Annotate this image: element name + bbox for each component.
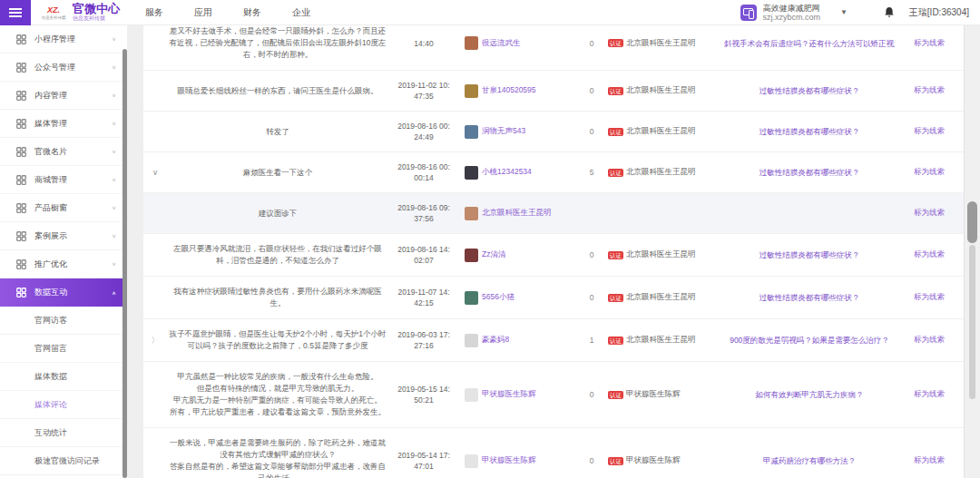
doctor-account: 认证北京眼科医生王昆明: [608, 167, 724, 178]
brand-text: 官微中心 信息友邦传媒: [73, 3, 120, 23]
question-link[interactable]: 过敏性结膜炎都有哪些症状？: [724, 292, 895, 303]
expand-toggle-icon[interactable]: ∨: [143, 168, 167, 177]
top-nav-item[interactable]: 财务: [243, 6, 261, 19]
comment-content: 甲亢虽然是一种比较常见的疾病，一般没有什么生命危险。 但是也有特殊的情况，就是甲…: [167, 371, 388, 418]
xz-logo: XZ. 信息友邦传媒: [40, 5, 67, 20]
comment-date-line: 2019-08-16 00:: [388, 161, 459, 172]
question-link[interactable]: 斜视手术会有后遗症吗？还有什么方法可以矫正视力: [724, 38, 895, 49]
sidebar-item-商城管理[interactable]: 商城管理∨: [0, 166, 127, 194]
username-link[interactable]: 豪豪妈8: [482, 335, 509, 346]
site-devices-icon: [740, 5, 757, 21]
comment-user: 5656小猪: [459, 291, 575, 305]
mark-as-lead-link[interactable]: 标为线索: [895, 167, 964, 178]
comment-date-line: 02:07: [388, 255, 459, 266]
sidebar-subitem-官网留言[interactable]: 官网留言: [0, 335, 127, 363]
comment-date-line: 2019-08-16 09:: [388, 202, 459, 213]
username-link[interactable]: 很远流武生: [482, 38, 521, 49]
comments-table: 差又不好去做手术，但是会经常一只眼睛外斜，怎么办？而且还有近视，已经验光配镜了，…: [143, 25, 964, 478]
brand-logo: XZ. 信息友邦传媒 官微中心 信息友邦传媒: [40, 3, 120, 23]
hamburger-icon: [9, 12, 22, 14]
menu-grid-icon: [16, 203, 26, 213]
doctor-name: 北京眼科医生王昆明: [626, 38, 696, 49]
sidebar-item-公众号管理[interactable]: 公众号管理∨: [0, 54, 127, 82]
question-link[interactable]: 过敏性结膜炎都有哪些症状？: [724, 167, 895, 178]
notification-bell-icon[interactable]: [884, 6, 895, 18]
sidebar-subitem-互动统计[interactable]: 互动统计: [0, 419, 127, 447]
app-title: 官微中心: [73, 3, 120, 15]
sidebar-item-数据互动[interactable]: 数据互动∧: [0, 278, 127, 307]
comment-content: 左眼只要遇冷风就流泪，右眼症状轻些，在我们这看过好个眼科，泪管也是通的，不知道怎…: [167, 243, 388, 267]
sidebar-subitem-媒体数据[interactable]: 媒体数据: [0, 363, 127, 391]
mark-as-lead-link[interactable]: 标为线索: [895, 85, 964, 96]
avatar: [465, 249, 478, 262]
sidebar-item-产品橱窗[interactable]: 产品橱窗∨: [0, 194, 127, 222]
table-row: 差又不好去做手术，但是会经常一只眼睛外斜，怎么办？而且还有近视，已经验光配镜了，…: [143, 25, 964, 71]
top-nav-item[interactable]: 服务: [145, 6, 163, 19]
sidebar-subitem-媒体评论[interactable]: 媒体评论: [0, 391, 127, 419]
question-link[interactable]: 过敏性结膜炎都有哪些症状？: [724, 126, 895, 137]
mark-as-lead-link[interactable]: 标为线索: [895, 389, 964, 400]
question-link[interactable]: 过敏性结膜炎都有哪些症状？: [724, 85, 895, 96]
hamburger-menu-button[interactable]: [0, 0, 31, 25]
mark-as-lead-link[interactable]: 标为线索: [895, 208, 964, 219]
chevron-down-icon[interactable]: ▼: [840, 8, 848, 16]
reply-count: 0: [575, 293, 608, 302]
sidebar-item-内容管理[interactable]: 内容管理∨: [0, 82, 127, 110]
reply-count: 1: [575, 336, 608, 345]
username-link[interactable]: 北京眼科医生王昆明: [482, 208, 552, 219]
comment-date-line: 42:15: [388, 298, 459, 308]
table-row: 一般来说，甲减患者是需要终生服药的，除了吃药之外，难道就没有其他方式缓解甲减的症…: [143, 428, 964, 478]
sidebar-subitem-官网访客[interactable]: 官网访客: [0, 307, 127, 335]
username-link[interactable]: Zz清清: [482, 249, 505, 260]
chevron-down-icon: ∨: [112, 261, 116, 267]
mark-as-lead-link[interactable]: 标为线索: [895, 335, 964, 346]
username-link[interactable]: 5656小猪: [482, 292, 514, 303]
sidebar-item-小程序管理[interactable]: 小程序管理∨: [0, 25, 127, 54]
chevron-up-icon: ∧: [112, 289, 116, 295]
sidebar-item-媒体管理[interactable]: 媒体管理∨: [0, 110, 127, 138]
mark-as-lead-link[interactable]: 标为线索: [895, 292, 964, 303]
expand-toggle-icon[interactable]: 〉: [143, 335, 167, 346]
mark-as-lead-link[interactable]: 标为线索: [895, 455, 964, 466]
reply-count: 0: [575, 86, 608, 95]
sidebar-subitem-label: 官网留言: [34, 343, 67, 355]
mark-as-lead-link[interactable]: 标为线索: [895, 126, 964, 137]
comment-date: 2019-05-15 14:50:21: [388, 384, 459, 405]
comment-content: 建议面诊下: [167, 208, 388, 219]
sidebar-item-label: 内容管理: [34, 90, 112, 102]
topbar: XZ. 信息友邦传媒 官微中心 信息友邦传媒 服务应用财务企业 高效健康减肥网 …: [0, 0, 980, 25]
avatar: [465, 125, 478, 139]
username-link[interactable]: 甲状腺医生陈辉: [482, 455, 536, 466]
sidebar-item-label: 商城管理: [34, 174, 112, 186]
question-link[interactable]: 如何有效判断甲亢肌无力疾病？: [724, 389, 895, 400]
site-switcher[interactable]: 高效健康减肥网 szj.xzybcm.com ▼: [740, 4, 847, 22]
comment-date-line: 2019-08-16 14:: [388, 244, 459, 255]
certified-badge: 认证: [608, 39, 623, 47]
sidebar-scrollbar[interactable]: [122, 49, 127, 478]
question-link[interactable]: 过敏性结膜炎都有哪些症状？: [724, 249, 895, 260]
avatar: [465, 84, 478, 98]
question-link[interactable]: 900度的散光是弱视吗？如果是需要怎么治疗？: [724, 335, 895, 346]
username-link[interactable]: 小桃12342534: [482, 167, 532, 178]
page-scrollbar-thumb[interactable]: [967, 201, 977, 243]
username-link[interactable]: 甲状腺医生陈辉: [482, 389, 536, 400]
comment-date-line: 27:16: [388, 340, 459, 351]
comment-date-line: 37:56: [388, 213, 459, 224]
sidebar-item-推广优化[interactable]: 推广优化∨: [0, 250, 127, 278]
comment-date-line: 2019-11-02 10:: [388, 80, 459, 91]
username-link[interactable]: 润物无声543: [482, 126, 525, 137]
sidebar-item-官微名片[interactable]: 官微名片∨: [0, 138, 127, 166]
sidebar-item-案例展示[interactable]: 案例展示∨: [0, 222, 127, 250]
page-scrollbar[interactable]: [964, 25, 980, 478]
doctor-name: 北京眼科医生王昆明: [626, 249, 696, 260]
user-account[interactable]: 王瑞[ID:36304]: [909, 6, 969, 19]
sidebar-item-label: 公众号管理: [34, 62, 112, 73]
mark-as-lead-link[interactable]: 标为线索: [895, 38, 964, 49]
username-link[interactable]: 甘泉140520595: [482, 85, 536, 96]
comment-date-line: 47:01: [388, 461, 459, 472]
mark-as-lead-link[interactable]: 标为线索: [895, 249, 964, 260]
sidebar-subitem-极速官微访问记录[interactable]: 极速官微访问记录: [0, 447, 127, 475]
top-nav-item[interactable]: 企业: [292, 6, 310, 19]
top-nav-item[interactable]: 应用: [194, 6, 212, 19]
question-link[interactable]: 甲减药膳治疗有哪些方法？: [724, 455, 895, 466]
